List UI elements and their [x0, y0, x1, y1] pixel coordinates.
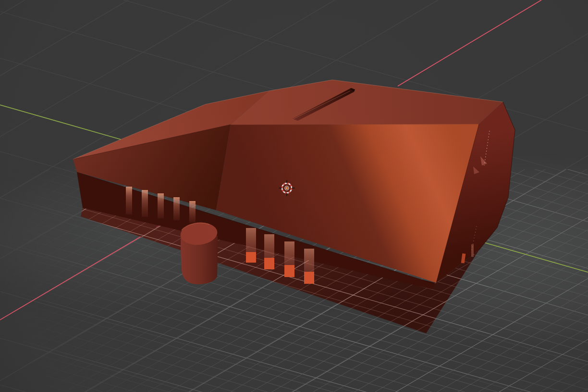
- viewport-canvas[interactable]: [0, 0, 588, 392]
- cylinder[interactable]: [179, 221, 218, 284]
- 3d-viewport[interactable]: [0, 0, 588, 392]
